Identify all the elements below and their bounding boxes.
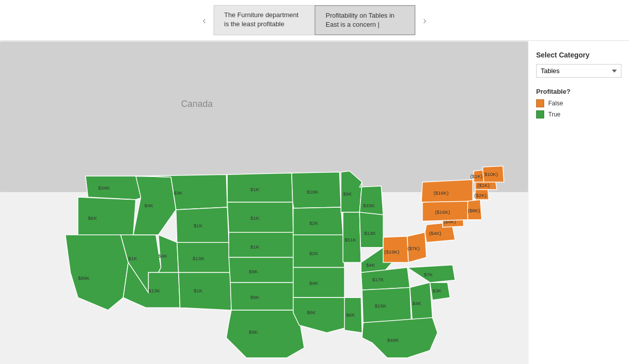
state-NY[interactable] [422, 179, 473, 202]
map-area: Canada $34K $6K $89K $1K $4K $3K $1K [0, 41, 528, 364]
state-MN[interactable] [292, 172, 341, 208]
state-ID[interactable] [133, 176, 176, 235]
state-MS[interactable] [344, 297, 362, 333]
state-WY[interactable] [176, 207, 229, 242]
false-swatch [536, 99, 544, 107]
state-IL[interactable] [343, 212, 361, 263]
state-ME[interactable] [483, 166, 504, 182]
insight-card-furniture[interactable]: The Furniture department is the least pr… [214, 5, 314, 35]
legend-true: True [536, 110, 621, 118]
state-ND[interactable] [227, 173, 293, 202]
svg-rect-0 [0, 41, 528, 192]
sidebar: Select Category Tables Profitable? False… [528, 41, 629, 364]
state-OR[interactable] [78, 197, 136, 235]
state-TX[interactable] [226, 310, 304, 358]
category-title: Select Category [536, 51, 621, 59]
true-label: True [548, 111, 560, 118]
state-GA[interactable] [410, 282, 433, 323]
prev-arrow[interactable]: ‹ [195, 15, 214, 26]
legend-title: Profitable? [536, 88, 621, 95]
state-LA[interactable] [293, 297, 346, 333]
state-SC[interactable] [430, 282, 450, 300]
state-NM[interactable] [179, 272, 232, 310]
state-KS[interactable] [229, 258, 295, 283]
state-NC[interactable] [407, 265, 455, 283]
main-content: Canada $34K $6K $89K $1K $4K $3K $1K [0, 41, 629, 364]
state-AR[interactable] [293, 268, 345, 298]
category-select[interactable]: Tables [536, 64, 621, 78]
us-map: Canada $34K $6K $89K $1K $4K $3K $1K [0, 41, 528, 364]
state-MO[interactable] [293, 235, 345, 268]
state-VT[interactable] [474, 170, 484, 182]
state-FL[interactable] [362, 318, 437, 358]
state-OK[interactable] [230, 282, 297, 310]
state-SD[interactable] [227, 202, 293, 232]
state-NJ[interactable] [467, 200, 482, 220]
next-arrow[interactable]: › [415, 15, 434, 26]
canada-label: Canada [181, 99, 213, 109]
top-bar: ‹ The Furniture department is the least … [0, 0, 629, 41]
true-swatch [536, 110, 544, 118]
state-WA[interactable] [85, 176, 143, 200]
state-NE[interactable] [229, 232, 295, 258]
state-PA[interactable] [423, 200, 469, 221]
false-label: False [548, 100, 563, 107]
state-WV[interactable] [407, 232, 427, 263]
state-CA[interactable] [66, 235, 129, 310]
state-IA[interactable] [293, 207, 343, 235]
insight-cards: The Furniture department is the least pr… [214, 5, 415, 35]
legend-false: False [536, 99, 621, 107]
state-AL[interactable] [362, 287, 411, 323]
state-CO[interactable] [177, 242, 231, 273]
state-CT[interactable] [475, 189, 489, 200]
insight-card-tables[interactable]: Profitability on Tables in East is a con… [314, 5, 415, 35]
state-OH[interactable] [383, 236, 408, 263]
